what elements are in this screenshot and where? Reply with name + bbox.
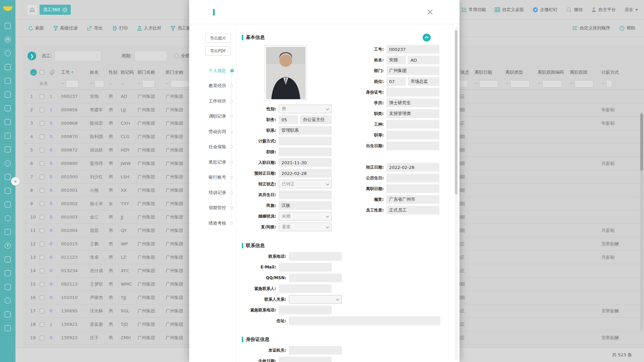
resume-icon[interactable]	[4, 91, 11, 98]
field-input[interactable]: 05	[279, 115, 298, 124]
modal-nav-item[interactable]: 教育经历	[189, 78, 236, 94]
row-checkbox[interactable]	[40, 201, 44, 206]
report-icon[interactable]	[4, 283, 11, 291]
workstation-icon[interactable]	[4, 228, 11, 236]
attachment-count-link[interactable]: 0	[47, 121, 58, 126]
col-header-sex[interactable]: 性别	[106, 69, 118, 75]
modal-nav-item[interactable]: 假期管控	[189, 200, 236, 216]
pay-filter-input[interactable]	[606, 80, 612, 87]
select-menu-icon[interactable]: ⌄	[30, 69, 37, 76]
leave-type-filter-input[interactable]	[510, 80, 530, 87]
field-input[interactable]	[386, 131, 439, 139]
self-platform-button[interactable]: 自主平台	[591, 7, 616, 13]
row-checkbox[interactable]	[40, 268, 44, 273]
modal-nav-item[interactable]: 银行账号	[189, 170, 236, 185]
refresh-button[interactable]: 刷新	[28, 25, 44, 31]
row-checkbox[interactable]	[40, 215, 44, 220]
attachment-count-link[interactable]: 0	[47, 241, 58, 246]
row-checkbox[interactable]	[40, 121, 44, 126]
sliders-icon[interactable]	[4, 132, 11, 139]
col-header-dept[interactable]: 部门名称	[135, 69, 163, 75]
talent-compare-button[interactable]: 人才比对	[137, 25, 161, 31]
row-checkbox[interactable]	[40, 94, 44, 99]
col-header-leave-code[interactable]: 离职原因编码	[535, 69, 567, 75]
col-header-empno[interactable]: 工号	[58, 69, 87, 75]
attachment-count-link[interactable]: 0	[47, 268, 58, 273]
leave-reason-filter-input[interactable]	[575, 80, 593, 87]
modal-nav-item[interactable]: 调职记录	[189, 109, 236, 124]
tab-employee360[interactable]: 员工360 ×	[40, 5, 71, 15]
toolbox-icon[interactable]	[4, 118, 11, 126]
attachment-count-link[interactable]: 1	[47, 107, 58, 112]
field-input[interactable]	[386, 174, 439, 182]
org-chart-icon[interactable]	[4, 22, 11, 29]
name-filter-input[interactable]	[95, 80, 104, 87]
contacts-icon[interactable]	[4, 311, 11, 318]
wechat-button[interactable]: 微信	[566, 7, 583, 13]
field-input[interactable]	[279, 357, 332, 362]
calendar-icon[interactable]	[4, 63, 11, 71]
modal-close-button[interactable]	[427, 9, 433, 15]
settings-icon[interactable]	[4, 297, 11, 304]
field-input[interactable]: 汉族	[279, 201, 332, 210]
attachment-count-link[interactable]: 0	[47, 161, 58, 166]
export-pdf-button[interactable]: 导出PDF	[205, 46, 231, 56]
employee-photo[interactable]	[265, 46, 307, 101]
common-functions-button[interactable]: 常用功能	[462, 7, 486, 13]
field-input-secondary[interactable]: AD	[408, 56, 439, 64]
field-input[interactable]	[279, 137, 332, 145]
leave-code-filter-input[interactable]	[542, 80, 562, 87]
export-image-button[interactable]: 导出图片	[205, 34, 231, 43]
field-input[interactable]	[386, 88, 439, 97]
field-input[interactable]	[386, 120, 439, 129]
tab-close-icon[interactable]: ×	[62, 7, 67, 12]
attachment-count-link[interactable]: 0	[47, 134, 58, 139]
employee-filter-input[interactable]	[54, 51, 101, 61]
modal-nav-item[interactable]: 绩效考核	[189, 216, 236, 231]
row-checkbox[interactable]	[40, 336, 44, 340]
attachment-count-link[interactable]: 0	[47, 201, 58, 206]
workflow-icon[interactable]	[4, 146, 11, 153]
field-input[interactable]	[279, 306, 332, 314]
bell-icon[interactable]	[4, 173, 11, 181]
field-input[interactable]	[289, 346, 342, 355]
briefcase-icon[interactable]	[4, 187, 11, 194]
empno-filter-input[interactable]	[66, 80, 78, 87]
dept-filter-input[interactable]	[142, 80, 155, 87]
field-input[interactable]: 2022-02-28	[279, 169, 332, 178]
attachment-count-link[interactable]: 0	[47, 335, 58, 340]
col-header-mnemonic[interactable]: 助记码	[118, 69, 135, 75]
field-input[interactable]: 正式员工	[386, 206, 439, 215]
field-input[interactable]: 未婚	[279, 212, 332, 221]
advanced-filter-button[interactable]: 高级过滤	[53, 25, 77, 31]
row-checkbox[interactable]	[40, 148, 44, 153]
collapse-section-button[interactable]	[423, 34, 431, 42]
row-checkbox[interactable]	[40, 242, 44, 246]
row-checkbox[interactable]	[40, 295, 44, 300]
gate-icon[interactable]	[4, 256, 11, 263]
attachment-count-link[interactable]: 1	[47, 94, 58, 99]
modal-nav-item[interactable]: 培训记录	[189, 185, 236, 200]
coffee-icon[interactable]	[4, 215, 11, 222]
help-button[interactable]: ? 帮助	[620, 25, 635, 31]
col-header-name[interactable]: 姓名	[87, 69, 106, 75]
attachment-count-link[interactable]: 0	[47, 282, 58, 287]
attachment-count-link[interactable]: 0	[47, 228, 58, 233]
row-checkbox[interactable]	[40, 108, 44, 112]
leave-date-filter-input[interactable]	[479, 80, 498, 87]
attachment-count-link[interactable]: 0	[47, 188, 58, 193]
field-input[interactable]	[289, 316, 440, 325]
row-checkbox[interactable]	[40, 322, 44, 327]
row-checkbox[interactable]	[40, 228, 44, 233]
field-input[interactable]: 广东省广州市	[386, 195, 439, 204]
export-button[interactable]: 导出	[87, 25, 103, 31]
modal-nav-item[interactable]: 社会保险	[189, 139, 236, 155]
field-input[interactable]: 管理职系	[279, 126, 332, 135]
attachment-count-link[interactable]: 0	[47, 215, 58, 220]
chip-icon[interactable]	[4, 201, 11, 208]
field-input[interactable]	[279, 263, 332, 272]
row-checkbox[interactable]	[40, 255, 44, 260]
modal-scrollbar[interactable]	[455, 27, 458, 360]
app-logo[interactable]	[0, 0, 15, 17]
col-header-leave-date[interactable]: 离职日期	[472, 69, 503, 75]
